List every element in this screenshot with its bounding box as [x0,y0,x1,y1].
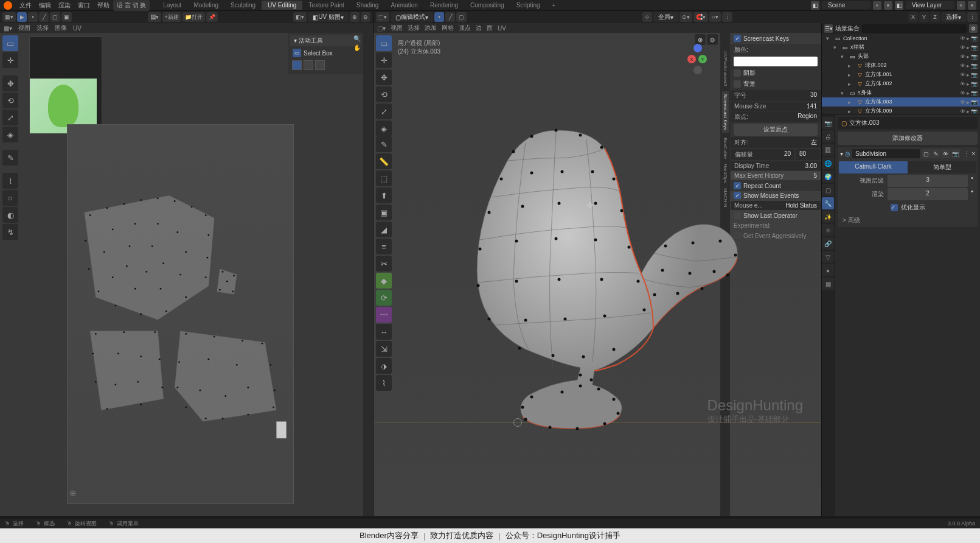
uv-hand-icon[interactable]: ✋ [353,44,361,51]
ws-tab-animation[interactable]: Animation [384,1,423,10]
uv-new-button[interactable]: + 新建 [162,12,181,22]
vis-eye-icon[interactable]: 👁 [960,90,965,96]
vp-selmode-vert-icon[interactable]: • [434,12,444,22]
uv-tool-relax-icon[interactable]: ◐ [2,207,18,223]
vp-editor-icon[interactable]: ⬚▾ [377,25,386,32]
menu-help[interactable]: 帮助 [94,1,113,10]
vp-tool-select-icon[interactable]: ▭ [376,35,392,51]
vis-select-icon[interactable]: ▸ [967,99,970,105]
vis-render-icon[interactable]: 📷 [971,35,978,41]
vp-xyz-y-icon[interactable]: Y [919,12,929,22]
screencast-enable-checkbox[interactable]: ✓ [734,35,741,42]
vp-orient-icon[interactable]: ⊹ [642,12,652,22]
vp-snap-icon[interactable]: 🧲▾ [693,12,708,22]
vp-menu-vert[interactable]: 顶点 [459,24,471,32]
vp-menu-mesh[interactable]: 网格 [442,24,454,32]
outliner-row[interactable]: ▾▭Collection👁▸📷 [822,34,980,43]
uv-tool-select-icon[interactable]: ▭ [2,35,18,51]
mod-oncage-icon[interactable]: ▢ [922,149,931,158]
ptab-mesh-icon[interactable]: ▽ [822,251,834,263]
vis-eye-icon[interactable]: 👁 [960,35,965,41]
ptab-world-icon[interactable]: 🌍 [822,170,834,183]
screencast-shadow-checkbox[interactable] [734,69,741,77]
vp-mode-dropdown[interactable]: ▢ 编辑模式 ▾ [391,12,433,22]
mod-type-simple[interactable]: 简单型 [908,161,976,173]
npanel-tab-uvpack[interactable]: UVPackmaster2 [723,51,728,86]
vis-render-icon[interactable]: 📷 [971,81,978,87]
vis-select-icon[interactable]: ▸ [967,54,970,60]
menu-render[interactable]: 渲染 [55,1,74,10]
vis-eye-icon[interactable]: 👁 [960,99,965,105]
vp-options-icon[interactable]: ⋮ [722,12,732,22]
vis-render-icon[interactable]: 📷 [971,72,978,78]
ptab-output-icon[interactable]: 🖨 [822,130,834,142]
tree-expand-icon[interactable]: ▸ [848,63,854,69]
outliner-row[interactable]: ▸▽立方体.002👁▸📷 [822,79,980,88]
uv-selmode-sync-icon[interactable]: ▶ [17,12,27,22]
vp-menu-select[interactable]: 选择 [408,24,420,32]
screencast-disptime-field[interactable]: Display Time3.00 [731,161,821,170]
mod-optimal-display-checkbox[interactable]: ✓优化显示 [838,201,978,214]
uv-menu-view[interactable]: 视图 [18,24,30,32]
layer-new-icon[interactable]: + [957,1,965,10]
uv-pin-icon[interactable]: 📌 [206,12,218,22]
screencast-bg-checkbox[interactable] [734,80,741,88]
uv-menu-select[interactable]: 选择 [36,24,49,32]
outliner-row[interactable]: ▸▽立方体.003👁▸📷 [822,97,980,107]
vp-canvas[interactable]: ▭ ✛ ✥ ⟲ ⤢ ◈ ✎ 📏 ⬚ ⬆ ▣ ◢ ≡ ✂ ◆ ⟳ 〰 ↔ ⇲ [374,33,821,516]
menu-window[interactable]: 窗口 [74,1,94,10]
outliner-row[interactable]: ▸▽立方体.001👁▸📷 [822,70,980,79]
vp-nav-gizmo[interactable]: X Y [687,44,718,74]
viewlayer-name-field[interactable]: View Layer [906,1,954,9]
mod-advanced-toggle[interactable]: > 高级 [838,214,978,227]
vis-eye-icon[interactable]: 👁 [960,72,965,78]
add-modifier-button[interactable]: 添加修改器 [838,131,978,145]
ptab-particle-icon[interactable]: ✨ [822,211,834,223]
vis-render-icon[interactable]: 📷 [971,90,978,96]
screencast-panel-title[interactable]: ✓ Screencast Keys [730,33,821,44]
ptab-render-icon[interactable]: 📷 [822,117,834,129]
uv-tool-cursor-icon[interactable]: ✛ [2,52,18,68]
ptab-viewlayer-icon[interactable]: 🖼 [822,144,834,156]
uv-grid-canvas[interactable]: ⊕ [67,124,294,504]
scene-new-icon[interactable]: + [873,1,881,10]
mod-levels-render-field[interactable]: 渲染 2 • [839,188,976,200]
tree-expand-icon[interactable]: ▾ [826,35,832,41]
vp-tool-scale-icon[interactable]: ⤢ [376,103,392,119]
vp-tool-smooth-icon[interactable]: 〰 [376,307,392,323]
vis-eye-icon[interactable]: 👁 [960,108,965,114]
mod-extra-icon[interactable]: ⋮ [964,150,970,157]
vp-tool-annotate-icon[interactable]: ✎ [376,136,392,152]
vis-select-icon[interactable]: ▸ [967,44,970,51]
mod-delete-icon[interactable]: × [971,150,975,157]
vp-tool-loopcut-icon[interactable]: ≡ [376,239,392,254]
ws-tab-layout[interactable]: Layout [157,1,187,10]
uv-opt3-icon[interactable] [315,60,325,70]
gizmo-x-icon[interactable]: X [687,55,696,63]
outliner-row[interactable]: ▾▭s身体👁▸📷 [822,88,980,97]
uv-tool-pinch-icon[interactable]: ↯ [2,224,18,240]
vp-tool-addcube-icon[interactable]: ⬚ [376,170,392,186]
modifier-expand-icon[interactable]: ▾ [840,150,843,157]
tree-expand-icon[interactable]: ▸ [848,81,854,87]
vp-menu-edge[interactable]: 边 [476,24,482,32]
ptab-texture-icon[interactable]: ▦ [822,278,834,290]
tree-expand-icon[interactable]: ▾ [841,90,847,96]
uv-menu-uv[interactable]: UV [73,25,82,32]
vis-eye-icon[interactable]: 👁 [960,54,965,60]
modifier-name-field[interactable]: Subdivision [852,149,920,158]
vp-xyz-x-icon[interactable]: X [908,12,918,22]
uv-tool-grab-icon[interactable]: ○ [2,190,18,206]
screencast-mousehold-field[interactable]: Mouse e...Hold Status [731,201,821,210]
uv-image-link-icon[interactable]: 🖼▾ [148,12,161,22]
props-breadcrumb[interactable]: ▢ 立方体.003 [838,117,978,129]
tree-expand-icon[interactable]: ▸ [848,72,854,78]
gizmo-negz-icon[interactable] [693,66,702,74]
uv-canvas-area[interactable]: ▭ ✛ ✥ ⟲ ⤢ ◈ ✎ ⌇ ○ ◐ ↯ 🔍 ✋ [0,33,373,516]
scene-del-icon[interactable]: × [884,1,892,10]
vis-render-icon[interactable]: 📷 [971,108,978,114]
mod-editmode-icon[interactable]: ✎ [931,149,940,158]
outliner-row[interactable]: ▾▭头部👁▸📷 [822,52,980,61]
tree-expand-icon[interactable]: ▾ [833,44,839,51]
ptab-physics-icon[interactable]: ⚛ [822,224,834,236]
